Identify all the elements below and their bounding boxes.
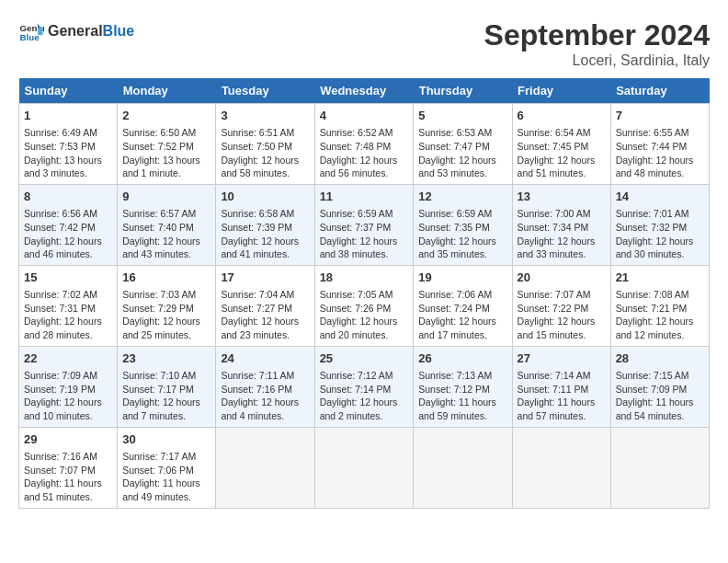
sunset-text: Sunset: 7:34 PM <box>518 222 589 233</box>
sunset-text: Sunset: 7:16 PM <box>221 384 292 395</box>
daylight-text: Daylight: 13 hours and 1 minute. <box>122 155 200 179</box>
day-cell: 5 Sunrise: 6:53 AM Sunset: 7:47 PM Dayli… <box>414 104 512 185</box>
day-number: 11 <box>320 189 409 205</box>
col-wednesday: Wednesday <box>314 78 414 104</box>
title-block: September 2024 Loceri, Sardinia, Italy <box>484 18 710 69</box>
daylight-text: Daylight: 12 hours and 20 minutes. <box>320 316 398 340</box>
day-cell: 27 Sunrise: 7:14 AM Sunset: 7:11 PM Dayl… <box>512 346 610 427</box>
sunset-text: Sunset: 7:45 PM <box>518 141 589 152</box>
sunrise-text: Sunrise: 7:02 AM <box>24 289 97 300</box>
sunrise-text: Sunrise: 7:04 AM <box>221 289 294 300</box>
sunset-text: Sunset: 7:42 PM <box>24 222 96 233</box>
sunrise-text: Sunrise: 7:06 AM <box>418 289 492 300</box>
day-cell: 11 Sunrise: 6:59 AM Sunset: 7:37 PM Dayl… <box>314 184 414 265</box>
calendar-table: Sunday Monday Tuesday Wednesday Thursday… <box>18 78 710 509</box>
day-number: 26 <box>418 350 506 367</box>
day-cell: 15 Sunrise: 7:02 AM Sunset: 7:31 PM Dayl… <box>19 265 118 346</box>
day-cell: 23 Sunrise: 7:10 AM Sunset: 7:17 PM Dayl… <box>118 346 216 427</box>
daylight-text: Daylight: 12 hours and 28 minutes. <box>24 316 102 340</box>
day-number: 23 <box>122 350 210 367</box>
day-cell: 8 Sunrise: 6:56 AM Sunset: 7:42 PM Dayli… <box>19 184 118 265</box>
daylight-text: Daylight: 12 hours and 51 minutes. <box>518 155 596 179</box>
day-cell: 24 Sunrise: 7:11 AM Sunset: 7:16 PM Dayl… <box>216 346 314 427</box>
day-cell: 12 Sunrise: 6:59 AM Sunset: 7:35 PM Dayl… <box>414 184 512 265</box>
day-cell: 1 Sunrise: 6:49 AM Sunset: 7:53 PM Dayli… <box>19 104 118 185</box>
week-row: 29 Sunrise: 7:16 AM Sunset: 7:07 PM Dayl… <box>19 427 710 508</box>
sunrise-text: Sunrise: 6:50 AM <box>122 127 196 138</box>
logo-icon: General Blue <box>18 18 44 44</box>
day-cell: 2 Sunrise: 6:50 AM Sunset: 7:52 PM Dayli… <box>118 104 216 185</box>
day-number: 4 <box>320 108 409 124</box>
day-number: 27 <box>518 350 606 367</box>
daylight-text: Daylight: 12 hours and 10 minutes. <box>24 396 102 421</box>
day-cell: 21 Sunrise: 7:08 AM Sunset: 7:21 PM Dayl… <box>610 265 709 346</box>
daylight-text: Daylight: 11 hours and 49 minutes. <box>122 477 200 502</box>
sunset-text: Sunset: 7:35 PM <box>418 222 490 233</box>
sunset-text: Sunset: 7:06 PM <box>122 465 194 476</box>
day-number: 17 <box>221 270 309 286</box>
sunrise-text: Sunrise: 6:57 AM <box>122 208 196 219</box>
day-number: 7 <box>616 108 704 124</box>
day-cell: 3 Sunrise: 6:51 AM Sunset: 7:50 PM Dayli… <box>216 104 314 185</box>
daylight-text: Daylight: 12 hours and 30 minutes. <box>616 236 694 260</box>
sunset-text: Sunset: 7:09 PM <box>616 384 688 395</box>
daylight-text: Daylight: 12 hours and 38 minutes. <box>320 236 398 260</box>
day-number: 22 <box>24 350 112 367</box>
day-number: 24 <box>221 350 309 367</box>
col-monday: Monday <box>118 78 216 104</box>
sunrise-text: Sunrise: 7:11 AM <box>221 370 294 381</box>
daylight-text: Daylight: 12 hours and 15 minutes. <box>518 316 596 340</box>
sunset-text: Sunset: 7:21 PM <box>616 303 688 314</box>
daylight-text: Daylight: 11 hours and 51 minutes. <box>24 477 102 502</box>
sunrise-text: Sunrise: 7:15 AM <box>616 370 689 381</box>
day-cell: 7 Sunrise: 6:55 AM Sunset: 7:44 PM Dayli… <box>610 104 709 185</box>
sunrise-text: Sunrise: 7:16 AM <box>24 451 97 462</box>
col-saturday: Saturday <box>610 78 709 104</box>
sunset-text: Sunset: 7:24 PM <box>418 303 490 314</box>
daylight-text: Daylight: 12 hours and 25 minutes. <box>122 316 200 340</box>
svg-marker-3 <box>38 28 43 35</box>
sunrise-text: Sunrise: 6:49 AM <box>24 127 97 138</box>
day-cell: 20 Sunrise: 7:07 AM Sunset: 7:22 PM Dayl… <box>512 265 610 346</box>
daylight-text: Daylight: 12 hours and 46 minutes. <box>24 236 102 260</box>
daylight-text: Daylight: 12 hours and 7 minutes. <box>122 396 200 421</box>
week-row: 15 Sunrise: 7:02 AM Sunset: 7:31 PM Dayl… <box>19 265 710 346</box>
sunrise-text: Sunrise: 6:58 AM <box>221 208 294 219</box>
daylight-text: Daylight: 12 hours and 56 minutes. <box>320 155 398 179</box>
day-number: 10 <box>221 189 309 205</box>
day-cell: 25 Sunrise: 7:12 AM Sunset: 7:14 PM Dayl… <box>314 346 414 427</box>
day-cell: 9 Sunrise: 6:57 AM Sunset: 7:40 PM Dayli… <box>118 184 216 265</box>
empty-cell <box>414 427 512 508</box>
day-cell: 19 Sunrise: 7:06 AM Sunset: 7:24 PM Dayl… <box>414 265 512 346</box>
day-number: 9 <box>122 189 210 205</box>
empty-cell <box>610 427 709 508</box>
day-cell: 14 Sunrise: 7:01 AM Sunset: 7:32 PM Dayl… <box>610 184 709 265</box>
day-cell: 6 Sunrise: 6:54 AM Sunset: 7:45 PM Dayli… <box>512 104 610 185</box>
sunrise-text: Sunrise: 7:08 AM <box>616 289 689 300</box>
day-number: 1 <box>24 108 112 124</box>
sunrise-text: Sunrise: 7:01 AM <box>616 208 689 219</box>
sunset-text: Sunset: 7:22 PM <box>518 303 589 314</box>
daylight-text: Daylight: 12 hours and 33 minutes. <box>518 236 596 260</box>
daylight-text: Daylight: 12 hours and 58 minutes. <box>221 155 299 179</box>
sunrise-text: Sunrise: 6:55 AM <box>616 127 689 138</box>
sunrise-text: Sunrise: 6:51 AM <box>221 127 294 138</box>
location-title: Loceri, Sardinia, Italy <box>484 52 710 69</box>
col-thursday: Thursday <box>414 78 512 104</box>
day-cell: 17 Sunrise: 7:04 AM Sunset: 7:27 PM Dayl… <box>216 265 314 346</box>
day-number: 8 <box>24 189 112 205</box>
day-cell: 29 Sunrise: 7:16 AM Sunset: 7:07 PM Dayl… <box>19 427 118 508</box>
page-header: General Blue GeneralBlue September 2024 … <box>18 18 710 69</box>
sunset-text: Sunset: 7:11 PM <box>518 384 589 395</box>
day-cell: 18 Sunrise: 7:05 AM Sunset: 7:26 PM Dayl… <box>314 265 414 346</box>
day-cell: 22 Sunrise: 7:09 AM Sunset: 7:19 PM Dayl… <box>19 346 118 427</box>
daylight-text: Daylight: 12 hours and 4 minutes. <box>221 396 299 421</box>
daylight-text: Daylight: 12 hours and 41 minutes. <box>221 236 299 260</box>
sunrise-text: Sunrise: 7:10 AM <box>122 370 196 381</box>
day-number: 14 <box>616 189 704 205</box>
daylight-text: Daylight: 12 hours and 43 minutes. <box>122 236 200 260</box>
sunset-text: Sunset: 7:17 PM <box>122 384 194 395</box>
sunrise-text: Sunrise: 7:17 AM <box>122 451 196 462</box>
day-number: 25 <box>320 350 409 367</box>
day-cell: 28 Sunrise: 7:15 AM Sunset: 7:09 PM Dayl… <box>610 346 709 427</box>
